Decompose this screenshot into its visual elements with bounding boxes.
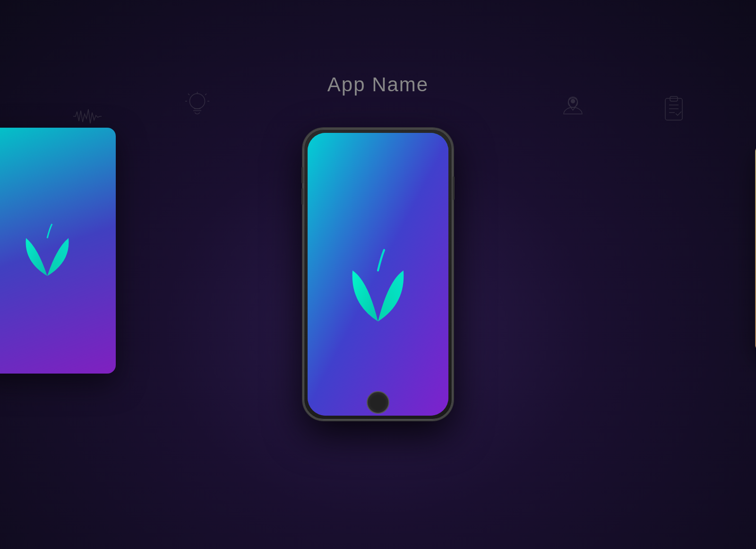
svg-line-2	[205, 94, 206, 95]
iphone-screen	[308, 133, 448, 416]
svg-line-4	[188, 94, 189, 95]
iphone-volume-down-button	[301, 188, 303, 205]
iphone-home-button[interactable]	[367, 391, 389, 414]
iphone-volume-up-button	[301, 167, 303, 183]
svg-point-0	[190, 94, 205, 109]
svg-rect-8	[665, 98, 682, 120]
center-logo	[5, 210, 90, 295]
svg-rect-9	[670, 96, 678, 101]
iphone-side-button	[453, 176, 455, 200]
screen-center-teal	[0, 128, 116, 374]
user-location-icon	[560, 92, 586, 127]
clipboard-icon	[662, 95, 685, 128]
svg-point-7	[571, 99, 575, 103]
iphone-mockup	[302, 128, 454, 421]
svg-rect-36	[308, 133, 448, 416]
app-title: App Name	[327, 73, 429, 96]
iphone-body	[302, 128, 454, 421]
bulb-icon	[184, 90, 210, 127]
